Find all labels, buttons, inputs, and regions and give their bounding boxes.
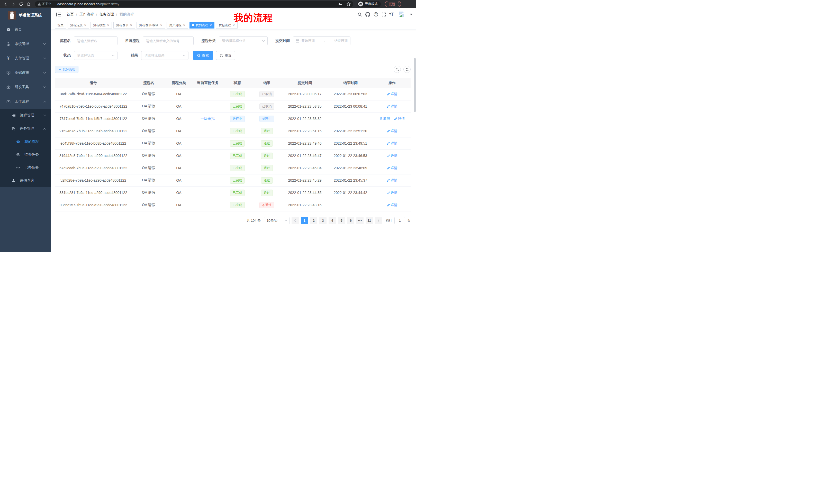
goto-suffix: 页 [407, 218, 411, 223]
edit-icon [387, 154, 390, 157]
result-select[interactable]: 请选择流结果 [141, 51, 188, 60]
browser-reload-icon[interactable] [18, 1, 24, 7]
url-path: /bpm/task/my [99, 2, 119, 6]
breadcrumb-item[interactable]: 首页 [67, 12, 74, 17]
detail-link[interactable]: 详情 [387, 153, 397, 158]
scrollbar-track[interactable] [414, 17, 416, 252]
sidebar-item-process-management[interactable]: 流程管理 [0, 109, 51, 122]
tab-my-process[interactable]: 我的流程✕ [189, 22, 214, 29]
close-icon[interactable]: ✕ [107, 24, 109, 27]
avatar[interactable] [397, 10, 406, 19]
close-icon[interactable]: ✕ [210, 24, 212, 27]
browser-home-icon[interactable] [26, 1, 32, 7]
close-icon[interactable]: ✕ [84, 24, 86, 27]
incognito-icon [358, 2, 363, 6]
more-pages-button[interactable]: ••• [356, 217, 364, 224]
refresh-table-button[interactable] [404, 66, 411, 73]
search-button[interactable]: 搜索 [193, 51, 213, 60]
avatar-dropdown-icon[interactable] [410, 13, 412, 15]
sidebar-item-done-tasks[interactable]: 已办任务 [0, 161, 51, 174]
tree-icon [11, 127, 16, 131]
detail-link[interactable]: 详情 [387, 141, 397, 146]
detail-link[interactable]: 详情 [394, 116, 405, 121]
toggle-search-button[interactable] [394, 66, 401, 73]
app-logo-row: 芋道管理系统 [0, 8, 51, 22]
detail-link[interactable]: 详情 [387, 166, 397, 170]
breadcrumb-item[interactable]: 工作流程 [79, 12, 94, 17]
detail-link[interactable]: 详情 [387, 129, 397, 133]
submit-time-range-picker[interactable]: 开始日期 - 结束日期 [293, 36, 350, 45]
detail-link[interactable]: 详情 [387, 178, 397, 183]
chevron-down-icon [112, 55, 115, 57]
security-label[interactable]: 不安全 [42, 2, 51, 6]
tab-process-form-edit[interactable]: 流程表单-编辑✕ [136, 22, 165, 29]
browser-forward-icon[interactable] [10, 1, 17, 7]
sidebar-item-leave-query[interactable]: 请假查询 [0, 174, 51, 187]
browser-back-icon[interactable] [3, 1, 9, 7]
detail-link[interactable]: 详情 [387, 104, 397, 109]
page-button-3[interactable]: 3 [319, 217, 327, 224]
table-row: 03c6c157-7b9a-11ec-a290-acde48001122 OA … [55, 199, 411, 211]
next-page-button[interactable] [375, 217, 382, 224]
sidebar-item-label: 支付管理 [15, 56, 29, 61]
sidebar-item-task-management[interactable]: 任务管理 [0, 122, 51, 135]
result-badge: 已取消 [259, 91, 274, 97]
detail-link[interactable]: 详情 [387, 203, 397, 207]
trash-icon [380, 117, 383, 120]
scrollbar-thumb[interactable] [414, 58, 416, 112]
close-icon[interactable]: ✕ [183, 24, 185, 27]
search-icon[interactable] [358, 12, 362, 17]
browser-update-button[interactable]: 更新 [385, 1, 401, 7]
page-button-1[interactable]: 1 [301, 217, 308, 224]
status-select[interactable]: 请选择状态 [74, 51, 118, 60]
tab-home[interactable]: 首页 [55, 22, 66, 29]
sidebar-item-home[interactable]: 首页 [0, 22, 51, 37]
sidebar-item-my-process[interactable]: 我的流程 [0, 135, 51, 148]
task-link[interactable]: 一级审批 [201, 116, 215, 120]
page-button-5[interactable]: 5 [338, 217, 345, 224]
help-icon[interactable]: ? [373, 12, 378, 17]
process-definition-input[interactable] [143, 37, 193, 45]
filter-process-label: 所属流程 [123, 38, 139, 43]
sidebar-item-system[interactable]: 系统管理 [0, 37, 51, 51]
detail-link[interactable]: 详情 [387, 190, 397, 195]
fullscreen-icon[interactable] [382, 12, 386, 17]
sidebar-toggle-icon[interactable] [54, 12, 63, 17]
page-button-6[interactable]: 6 [347, 217, 354, 224]
sidebar-item-todo-tasks[interactable]: 待办任务 [0, 148, 51, 161]
create-process-button[interactable]: ＋ 发起流程 [55, 66, 78, 73]
tab-user-group[interactable]: 用户分组✕ [166, 22, 188, 29]
tab-process-form[interactable]: 流程表单✕ [113, 22, 135, 29]
password-key-icon[interactable] [339, 2, 343, 6]
goto-page-input[interactable] [394, 217, 405, 224]
page-size-select[interactable]: 10条/页 [264, 217, 289, 224]
close-icon[interactable]: ✕ [130, 24, 132, 27]
detail-link[interactable]: 详情 [387, 92, 397, 96]
address-bar[interactable]: 不安全 dashboard.yudao.iocoder.cn/bpm/task/… [35, 1, 353, 7]
breadcrumb-item[interactable]: 任务管理 [100, 12, 114, 17]
browser-menu-icon[interactable] [398, 2, 398, 6]
github-icon[interactable] [365, 12, 370, 17]
prev-page-button[interactable] [291, 217, 299, 224]
sidebar-item-infrastructure[interactable]: 基础设施 [0, 65, 51, 80]
page-button-4[interactable]: 4 [329, 217, 336, 224]
sidebar-item-dev-tools[interactable]: 研发工具 [0, 80, 51, 94]
sidebar-item-workflow[interactable]: 工作流程 [0, 94, 51, 109]
category-select[interactable]: 请选择流程分类 [219, 36, 268, 45]
navbar: 首页 / 工作流程 / 任务管理 / 我的流程 ? [51, 8, 416, 21]
process-name-input[interactable] [74, 36, 118, 45]
sidebar-item-payment[interactable]: ¥ 支付管理 [0, 51, 51, 65]
bookmark-star-icon[interactable] [346, 2, 351, 6]
tab-process-definition[interactable]: 流程定义✕ [68, 22, 89, 29]
tab-process-model[interactable]: 流程模型✕ [90, 22, 112, 29]
cancel-link[interactable]: 取消 [380, 116, 390, 121]
edit-icon [387, 105, 390, 108]
font-size-icon[interactable]: TT [389, 12, 394, 17]
page-button-11[interactable]: 11 [366, 217, 373, 224]
close-icon[interactable]: ✕ [160, 24, 162, 27]
reset-button[interactable]: 重置 [216, 51, 235, 60]
filter-result-label: 结果 [123, 53, 138, 58]
update-label: 更新 [389, 2, 395, 6]
page-button-2[interactable]: 2 [310, 217, 317, 224]
omnibox-divider [55, 2, 55, 6]
